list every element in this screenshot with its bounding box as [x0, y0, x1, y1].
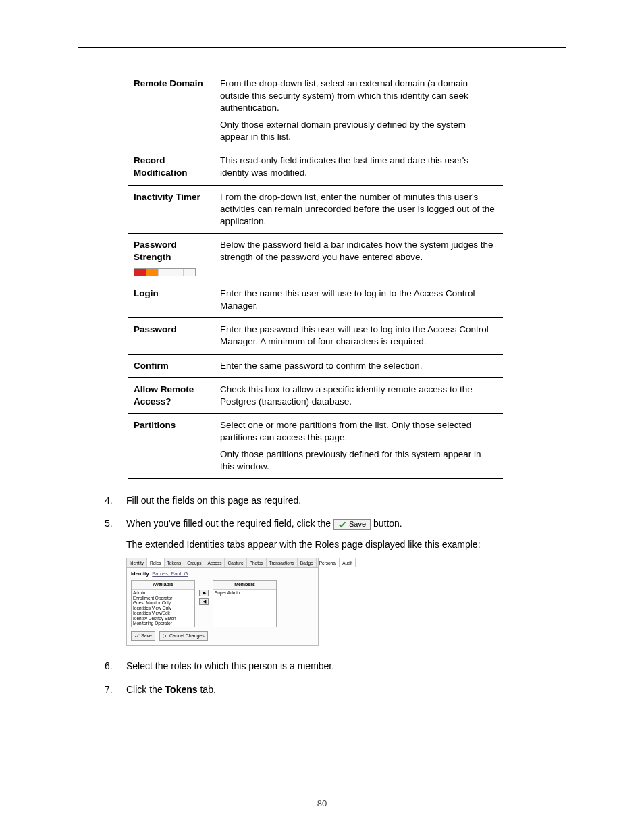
- field-label: Confirm: [128, 354, 215, 377]
- members-listbox[interactable]: Members Super Admin: [213, 580, 277, 627]
- roles-tabs: IdentityRolesTokensGroupsAccessCapturePh…: [127, 558, 318, 568]
- table-row: PartitionsSelect one or more partitions …: [128, 414, 503, 479]
- footer-rule: [78, 796, 566, 796]
- save-button[interactable]: Save: [333, 519, 371, 530]
- step-number: 5.: [105, 517, 126, 650]
- field-description-table: Remote DomainFrom the drop-down list, se…: [128, 72, 503, 479]
- field-description: This read-only field indicates the last …: [215, 149, 503, 185]
- step-text: Fill out the fields on this page as requ…: [126, 494, 566, 507]
- tab-photos[interactable]: Photos: [247, 558, 267, 567]
- step-number: 7.: [105, 683, 126, 696]
- step-4: 4. Fill out the fields on this page as r…: [105, 494, 566, 507]
- list-item[interactable]: Monitoring Operator: [133, 621, 193, 625]
- tab-audit[interactable]: Audit: [340, 558, 356, 567]
- list-item[interactable]: Monitoring Supervisor: [133, 626, 193, 628]
- field-description: From the drop-down list, select an exter…: [215, 72, 503, 149]
- tab-badge[interactable]: Badge: [298, 558, 317, 567]
- tab-tokens[interactable]: Tokens: [165, 558, 185, 567]
- table-row: PasswordEnter the password this user wil…: [128, 318, 503, 354]
- step-6: 6. Select the roles to which this person…: [105, 659, 566, 673]
- list-item[interactable]: Admin: [133, 590, 193, 595]
- field-description: Enter the same password to confirm the s…: [215, 354, 503, 377]
- roles-save-button[interactable]: Save: [131, 631, 155, 641]
- list-item[interactable]: Enrollment Operator: [133, 596, 193, 600]
- step-text: Select the roles to which this person is…: [126, 659, 566, 673]
- field-description: Select one or more partitions from the l…: [215, 414, 503, 479]
- field-label: Inactivity Timer: [128, 185, 215, 234]
- tab-transactions[interactable]: Transactions: [267, 558, 298, 567]
- table-row: LoginEnter the name this user will use t…: [128, 282, 503, 317]
- step-number: 4.: [105, 494, 126, 507]
- table-row: Inactivity TimerFrom the drop-down list,…: [128, 185, 503, 234]
- step-5: 5. When you've filled out the required f…: [105, 517, 566, 650]
- field-description: From the drop-down list, enter the numbe…: [215, 185, 503, 234]
- roles-cancel-button[interactable]: Cancel Changes: [159, 631, 208, 641]
- field-description: Below the password field a bar indicates…: [215, 234, 503, 282]
- table-row: Remote DomainFrom the drop-down list, se…: [128, 72, 503, 149]
- tab-roles[interactable]: Roles: [147, 558, 165, 567]
- password-strength-bar: [134, 268, 196, 276]
- step-number: 6.: [105, 659, 126, 673]
- field-label: Password Strength: [128, 234, 215, 282]
- roles-page-example: IdentityRolesTokensGroupsAccessCapturePh…: [126, 558, 319, 646]
- tab-personal[interactable]: Personal: [317, 558, 340, 567]
- list-item[interactable]: Identities View/Edit: [133, 610, 193, 615]
- tab-access[interactable]: Access: [205, 558, 225, 567]
- page-number: 80: [0, 798, 644, 808]
- available-listbox[interactable]: Available AdminEnrollment OperatorGuest …: [131, 580, 195, 627]
- field-label: Record Modification: [128, 149, 215, 185]
- table-row: ConfirmEnter the same password to confir…: [128, 354, 503, 377]
- field-label: Partitions: [128, 414, 215, 479]
- list-item[interactable]: Super Admin: [215, 590, 275, 595]
- checkmark-icon: [134, 633, 140, 639]
- step-text: Click the Tokens tab.: [126, 683, 566, 696]
- field-description: Check this box to allow a specific ident…: [215, 377, 503, 413]
- field-label: Allow Remote Access?: [128, 377, 215, 413]
- field-label: Login: [128, 282, 215, 317]
- table-row: Allow Remote Access?Check this box to al…: [128, 377, 503, 413]
- list-item[interactable]: Identities View Only: [133, 606, 193, 610]
- identity-breadcrumb: Identity: Barnes, Paul, G: [131, 571, 314, 578]
- identity-link[interactable]: Barnes, Paul, G: [152, 571, 188, 577]
- cancel-icon: [163, 633, 168, 639]
- tab-identity[interactable]: Identity: [127, 558, 147, 567]
- header-rule: [78, 47, 566, 48]
- checkmark-icon: [338, 521, 346, 529]
- table-row: Record ModificationThis read-only field …: [128, 149, 503, 185]
- tab-capture[interactable]: Capture: [225, 558, 246, 567]
- field-label: Remote Domain: [128, 72, 215, 149]
- list-item[interactable]: Identity Destroy Batch: [133, 616, 193, 621]
- field-description: Enter the name this user will use to log…: [215, 282, 503, 317]
- tab-groups[interactable]: Groups: [184, 558, 205, 567]
- step-followup: The extended Identities tabs appear with…: [126, 538, 566, 551]
- move-left-button[interactable]: ◀: [199, 598, 209, 605]
- list-item[interactable]: Guest Monitor Only: [133, 600, 193, 605]
- step-text: When you've filled out the required fiel…: [126, 517, 566, 530]
- procedure-steps: 4. Fill out the fields on this page as r…: [105, 494, 566, 696]
- step-7: 7. Click the Tokens tab.: [105, 683, 566, 696]
- field-label: Password: [128, 318, 215, 354]
- table-row: Password StrengthBelow the password fiel…: [128, 234, 503, 282]
- move-right-button[interactable]: ▶: [199, 590, 209, 596]
- field-description: Enter the password this user will use to…: [215, 318, 503, 354]
